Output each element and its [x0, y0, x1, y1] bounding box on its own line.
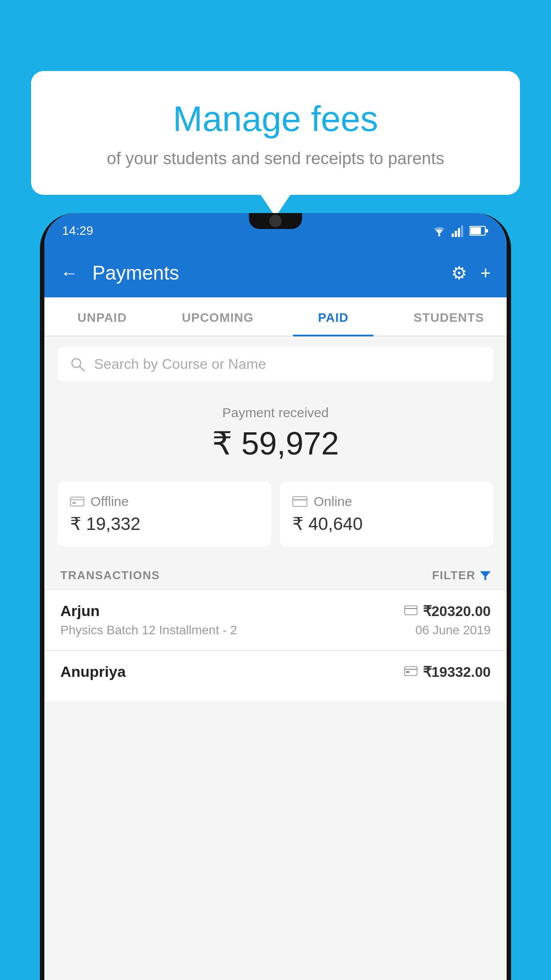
transaction-course-1: Physics Batch 12 Installment - 2	[60, 623, 237, 637]
battery-icon	[469, 225, 489, 236]
camera	[269, 215, 282, 227]
transaction-row-2[interactable]: Anupriya ₹19332.00	[44, 651, 507, 702]
offline-icon	[70, 495, 84, 508]
svg-rect-13	[293, 497, 307, 506]
transaction-date-1: 06 June 2019	[415, 623, 491, 637]
svg-rect-20	[406, 671, 409, 673]
add-icon[interactable]: +	[480, 263, 491, 283]
svg-point-8	[72, 359, 81, 368]
tab-students[interactable]: STUDENTS	[391, 297, 507, 336]
speech-bubble-subtitle: of your students and send receipts to pa…	[53, 149, 498, 168]
status-bar: 14:29	[44, 213, 507, 249]
svg-rect-1	[452, 233, 454, 237]
search-box[interactable]: Search by Course or Name	[58, 347, 493, 381]
transaction-bottom: Physics Batch 12 Installment - 2 06 June…	[60, 623, 491, 637]
status-time: 14:29	[62, 224, 93, 238]
offline-card-header: Offline	[70, 494, 259, 509]
filter-label: FILTER	[432, 569, 476, 582]
signal-icon	[452, 225, 465, 237]
transaction-top: Arjun ₹20320.00	[60, 602, 491, 620]
svg-rect-4	[461, 225, 463, 237]
offline-card: Offline ₹ 19,332	[58, 482, 271, 546]
svg-rect-2	[455, 231, 457, 237]
online-label: Online	[314, 494, 352, 509]
offline-label: Offline	[91, 494, 129, 509]
notch	[249, 213, 302, 229]
online-icon	[292, 496, 307, 507]
header-icons: ⚙ +	[451, 263, 491, 283]
app-title: Payments	[92, 262, 441, 284]
svg-point-0	[438, 234, 441, 237]
payment-cards: Offline ₹ 19,332 Online ₹ 40,640	[44, 482, 507, 560]
svg-rect-6	[470, 227, 481, 234]
tab-unpaid[interactable]: UNPAID	[44, 297, 160, 336]
speech-bubble: Manage fees of your students and send re…	[31, 71, 520, 195]
tab-paid[interactable]: PAID	[276, 297, 391, 336]
payment-label: Payment received	[58, 405, 493, 420]
transaction-row[interactable]: Arjun ₹20320.00 Physics Batch 12 Install…	[44, 590, 507, 650]
transaction-top-2: Anupriya ₹19332.00	[60, 663, 491, 680]
online-card: Online ₹ 40,640	[280, 482, 493, 546]
online-payment-icon	[404, 605, 417, 617]
tab-upcoming[interactable]: UPCOMING	[160, 297, 276, 336]
search-container: Search by Course or Name	[44, 336, 507, 392]
app-header: ← Payments ⚙ +	[44, 249, 507, 297]
svg-rect-12	[72, 502, 76, 504]
svg-rect-16	[405, 606, 417, 615]
tabs-bar: UNPAID UPCOMING PAID STUDENTS	[44, 297, 507, 336]
svg-rect-3	[458, 228, 460, 237]
transaction-name-2: Anupriya	[60, 663, 126, 680]
svg-line-9	[80, 367, 84, 371]
search-placeholder: Search by Course or Name	[94, 356, 266, 372]
online-card-header: Online	[292, 494, 481, 509]
svg-rect-10	[71, 497, 84, 506]
speech-bubble-title: Manage fees	[53, 98, 498, 140]
status-icons	[431, 225, 489, 237]
wifi-icon	[431, 225, 447, 237]
phone-frame: 14:29	[40, 213, 511, 980]
offline-amount: ₹ 19,332	[70, 514, 259, 534]
search-icon	[70, 357, 85, 372]
transaction-amount-1: ₹20320.00	[423, 603, 491, 620]
transactions-label: TRANSACTIONS	[60, 569, 160, 582]
transaction-amount-2: ₹19332.00	[423, 664, 491, 680]
filter-button[interactable]: FILTER	[432, 569, 491, 582]
filter-icon	[480, 570, 491, 581]
payment-summary: Payment received ₹ 59,972	[44, 392, 507, 482]
payment-amount: ₹ 59,972	[58, 425, 493, 462]
online-amount: ₹ 40,640	[292, 514, 481, 534]
transaction-name-1: Arjun	[60, 602, 100, 620]
transaction-amount-wrap-1: ₹20320.00	[404, 603, 491, 620]
settings-icon[interactable]: ⚙	[451, 263, 467, 283]
transactions-header: TRANSACTIONS FILTER	[44, 560, 507, 589]
back-button[interactable]: ←	[60, 263, 78, 283]
phone-screen: 14:29	[44, 213, 507, 980]
svg-rect-7	[486, 229, 488, 233]
svg-marker-15	[480, 571, 491, 580]
transaction-amount-wrap-2: ₹19332.00	[404, 664, 491, 680]
offline-payment-icon	[404, 666, 417, 678]
